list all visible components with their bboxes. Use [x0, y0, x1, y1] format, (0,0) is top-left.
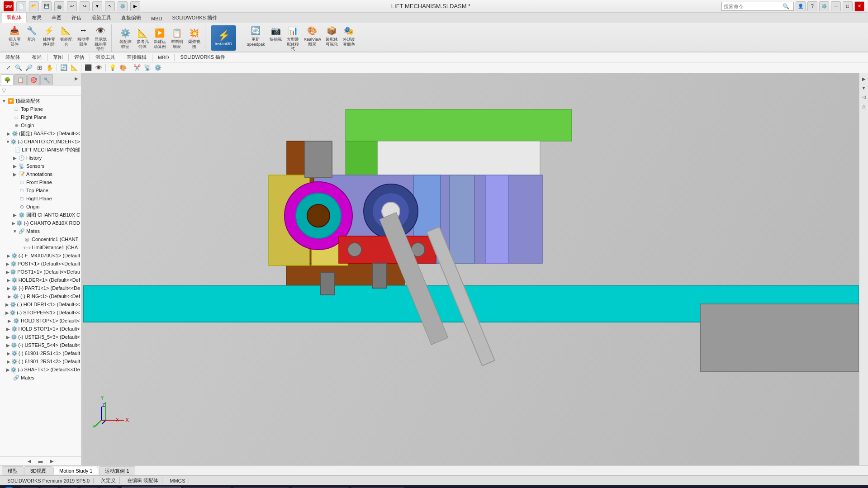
- quick-access-save[interactable]: 💾: [42, 1, 52, 11]
- tree-item-29[interactable]: ▶⚙️(-) USTEH5_5<3> (Default<: [0, 333, 81, 341]
- panel-tab-feature-tree[interactable]: 🌳: [1, 74, 14, 85]
- tree-item-21[interactable]: ▶⚙️POST1<1> (Default<<Defau: [0, 268, 81, 276]
- minimize-btn[interactable]: ─: [831, 1, 841, 11]
- tree-expand-5[interactable]: ▼: [5, 138, 10, 145]
- appearance-btn[interactable]: 🎭 外观改变颜色: [341, 24, 357, 52]
- panel-tab-properties[interactable]: 📋: [14, 74, 27, 85]
- tree-expand-21[interactable]: ▶: [5, 269, 10, 275]
- tree-expand-15[interactable]: ▶: [11, 220, 17, 226]
- rs-btn-3[interactable]: ◁: [860, 93, 868, 100]
- tree-expand-4[interactable]: ▶: [6, 130, 12, 137]
- tree-item-32[interactable]: ▶⚙️(-) 61901-2RS1<2> (Default: [0, 357, 81, 365]
- tree-item-20[interactable]: ▶⚙️POST<1> (Default<<Default: [0, 260, 81, 268]
- tree-item-24[interactable]: ▶⚙️(-) RING<1> (Default<<Def: [0, 292, 81, 300]
- tree-expand-30[interactable]: ▶: [5, 342, 11, 348]
- menu-direct-edit[interactable]: 直接编辑: [123, 53, 150, 62]
- panel-tab-more[interactable]: ▶: [73, 74, 80, 85]
- panel-tab-display[interactable]: 🔧: [40, 74, 53, 85]
- linear-pattern-btn[interactable]: ⚡ 线性零件列阵: [41, 24, 57, 52]
- instant3d-btn[interactable]: ⚡ Instant3D: [211, 25, 236, 51]
- tree-expand-31[interactable]: ▶: [5, 350, 11, 356]
- update-speedpak-btn[interactable]: 🔄 更新Speedpak: [245, 24, 267, 52]
- insert-component-btn[interactable]: 📥 插入零部件: [6, 24, 23, 52]
- tree-expand-20[interactable]: ▶: [5, 261, 10, 267]
- tree-item-4[interactable]: ▶⚙️(固定) BASE<1> (Default<<: [0, 129, 81, 137]
- quick-access-new[interactable]: 📄: [16, 1, 26, 11]
- command-search-input[interactable]: [724, 4, 783, 9]
- tree-item-3[interactable]: ⊕Origin: [0, 121, 81, 129]
- tree-item-14[interactable]: ▶⚙️圆图 CHANTO AB10X C: [0, 211, 81, 219]
- tree-item-13[interactable]: ⊕Origin: [0, 203, 81, 211]
- tree-expand-8[interactable]: ▶: [12, 163, 18, 169]
- panel-tab-config[interactable]: 🎯: [27, 74, 40, 85]
- tree-expand-29[interactable]: ▶: [5, 334, 11, 340]
- tab-layout[interactable]: 布局: [27, 13, 47, 23]
- menu-render[interactable]: 渲染工具: [92, 53, 119, 62]
- tree-expand-27[interactable]: ▶: [6, 317, 13, 324]
- menu-mbd[interactable]: MBD: [154, 54, 172, 61]
- menu-sketch[interactable]: 草图: [49, 53, 66, 62]
- zoom-out-btn[interactable]: 🔎: [24, 63, 33, 72]
- cursor-btn[interactable]: ↖: [105, 1, 115, 11]
- tree-item-28[interactable]: ▶⚙️HOLD STOP1<1> (Default<: [0, 325, 81, 333]
- view-settings-btn[interactable]: ⚙️: [153, 63, 162, 72]
- tree-item-31[interactable]: ▶⚙️(-) 61901-2RS1<1> (Default: [0, 349, 81, 357]
- rs-btn-2[interactable]: ▼: [860, 84, 868, 91]
- menu-evaluate[interactable]: 评估: [71, 53, 88, 62]
- 3d-viewport[interactable]: Z X Y: [83, 73, 859, 465]
- tree-item-22[interactable]: ▶⚙️HOLDER<1> (Default<<Def: [0, 276, 81, 284]
- tree-item-23[interactable]: ▶⚙️(-) PART1<1> (Default<<De: [0, 284, 81, 292]
- tree-expand-16[interactable]: ▼: [12, 228, 18, 234]
- maximize-btn[interactable]: □: [843, 1, 853, 11]
- tree-item-5[interactable]: ▼⚙️(-) CHANTO CYLINDER<1>: [0, 137, 81, 146]
- tab-plugins[interactable]: SOLIDWORKS 插件: [167, 13, 222, 23]
- new-motion-btn[interactable]: ▶️ 新建运动算例: [152, 26, 168, 50]
- pan-btn[interactable]: ✋: [45, 63, 54, 72]
- quick-access-open[interactable]: 📂: [29, 1, 39, 11]
- tree-expand-32[interactable]: ▶: [5, 358, 11, 365]
- tree-item-19[interactable]: ▶⚙️(-) F_M4X070U<1> (Default: [0, 251, 81, 260]
- menu-layout[interactable]: 布局: [28, 53, 45, 62]
- large-assembly-btn[interactable]: 📊 大型装配体模式: [285, 24, 301, 52]
- section-view-btn[interactable]: ✂️: [133, 63, 142, 72]
- command-search-box[interactable]: 🔍: [721, 2, 794, 11]
- tree-item-10[interactable]: □Front Plane: [0, 178, 81, 186]
- user-icon[interactable]: 👤: [796, 1, 806, 11]
- tree-expand-23[interactable]: ▶: [6, 285, 11, 291]
- tree-item-6[interactable]: 📄LIFT MECHANISM 中的部: [0, 146, 81, 154]
- realview-btn[interactable]: 🎨 RealView图形: [302, 24, 323, 52]
- hide-show-btn[interactable]: 👁️: [94, 63, 103, 72]
- move-component-btn[interactable]: ↔️ 移动零部件: [75, 24, 91, 52]
- close-btn[interactable]: ✕: [854, 1, 864, 11]
- tree-item-18[interactable]: ⟺LimitDistance1 (CHA: [0, 243, 81, 251]
- tree-expand-7[interactable]: ▶: [12, 155, 18, 161]
- tree-item-33[interactable]: ▶⚙️(-) SHAFT<1> (Default<<De: [0, 365, 81, 374]
- tree-expand-33[interactable]: ▶: [5, 366, 11, 373]
- reference-geometry-btn[interactable]: 📐 参考几何体: [134, 26, 151, 50]
- tab-assembly[interactable]: 装配体: [2, 12, 27, 23]
- tree-expand-28[interactable]: ▶: [5, 326, 11, 332]
- options-btn[interactable]: ⚙️: [819, 1, 829, 11]
- tab-3d-view[interactable]: 3D视图: [24, 466, 52, 475]
- tree-item-34[interactable]: 🔗Mates: [0, 374, 81, 382]
- tree-item-1[interactable]: □Top Plane: [0, 105, 81, 113]
- menu-assemble[interactable]: 装配体: [2, 53, 24, 62]
- feature-tree-container[interactable]: ▼🔽顶级装配体 □Top Plane □Right Plane ⊕Origin▶…: [0, 96, 81, 456]
- quick-access-undo[interactable]: ↩: [67, 1, 77, 11]
- tree-item-15[interactable]: ▶⚙️(-) CHANTO AB10X ROD: [0, 219, 81, 227]
- tab-model[interactable]: 模型: [2, 466, 24, 475]
- tree-expand-24[interactable]: ▶: [6, 293, 13, 299]
- tree-item-9[interactable]: ▶📝Annotations: [0, 170, 81, 178]
- tree-item-25[interactable]: ▶⚙️(-) HOLDER1<1> (Default<<: [0, 300, 81, 308]
- tree-item-11[interactable]: □Top Plane: [0, 186, 81, 194]
- display-style-btn[interactable]: ⬛: [84, 63, 93, 72]
- tree-expand-22[interactable]: ▶: [5, 277, 11, 283]
- rotate-btn[interactable]: 🔄: [59, 63, 68, 72]
- tree-item-16[interactable]: ▼🔗Mates: [0, 227, 81, 235]
- explode-view-btn[interactable]: 💥 爆炸视图: [186, 26, 202, 50]
- help-btn[interactable]: ?: [807, 1, 817, 11]
- camera-btn[interactable]: 📡: [143, 63, 152, 72]
- show-hidden-btn[interactable]: 👁️ 显示隐藏的零部件: [92, 24, 109, 52]
- scroll-left-btn[interactable]: ◀: [24, 458, 35, 464]
- tab-mbd[interactable]: MBD: [146, 14, 167, 23]
